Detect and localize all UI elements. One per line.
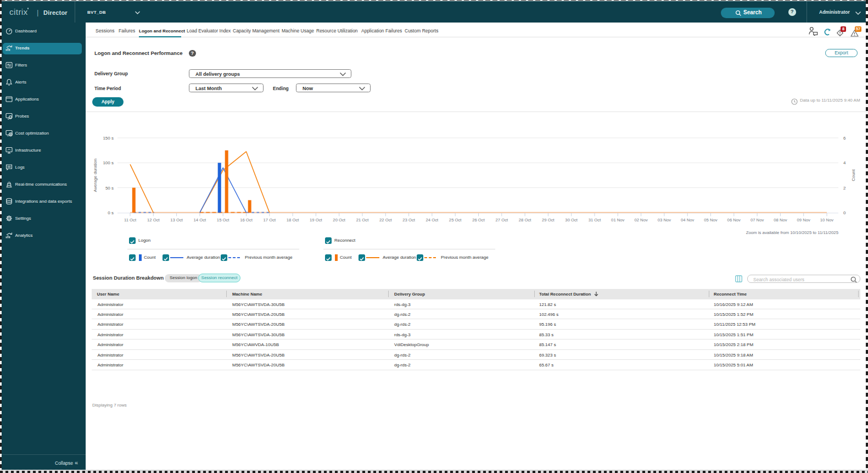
svg-text:17 Oct: 17 Oct [263,218,276,222]
svg-text:25 Oct: 25 Oct [449,218,462,222]
svg-text:31 Oct: 31 Oct [589,218,602,222]
svg-text:100 s: 100 s [103,160,114,165]
svg-text:Average duration: Average duration [93,159,98,192]
svg-text:6: 6 [843,136,846,141]
svg-text:23 Oct: 23 Oct [402,218,416,222]
svg-text:18 Oct: 18 Oct [287,218,300,222]
svg-text:15 Oct: 15 Oct [217,218,230,222]
svg-text:04 Nov: 04 Nov [681,218,695,222]
svg-text:50 s: 50 s [105,186,114,191]
svg-text:02 Nov: 02 Nov [634,218,648,222]
svg-text:05 Nov: 05 Nov [704,218,718,222]
svg-text:07 Nov: 07 Nov [751,218,764,222]
svg-text:24 Oct: 24 Oct [426,218,439,222]
svg-text:10 Nov: 10 Nov [820,218,834,222]
svg-text:12 Oct: 12 Oct [147,218,160,222]
svg-text:20 Oct: 20 Oct [333,218,346,222]
svg-text:08 Nov: 08 Nov [774,218,787,222]
svg-text:150 s: 150 s [103,136,114,141]
svg-text:01 Nov: 01 Nov [611,218,625,222]
svg-text:11 Oct: 11 Oct [124,218,137,222]
svg-text:09 Nov: 09 Nov [797,218,811,222]
svg-text:0: 0 [843,210,846,215]
svg-text:29 Oct: 29 Oct [542,218,555,222]
svg-text:19 Oct: 19 Oct [310,218,323,222]
svg-text:21 Oct: 21 Oct [356,218,369,222]
svg-text:03 Nov: 03 Nov [658,218,671,222]
svg-text:2: 2 [843,186,846,191]
svg-text:22 Oct: 22 Oct [379,218,393,222]
svg-text:4: 4 [843,160,846,165]
svg-text:26 Oct: 26 Oct [472,218,485,222]
svg-text:0 s: 0 s [108,210,114,215]
svg-text:30 Oct: 30 Oct [565,218,578,222]
svg-text:06 Nov: 06 Nov [727,218,741,222]
svg-text:27 Oct: 27 Oct [495,218,508,222]
svg-text:Count: Count [851,169,856,181]
svg-text:14 Oct: 14 Oct [194,218,207,222]
svg-text:13 Oct: 13 Oct [170,218,183,222]
svg-text:28 Oct: 28 Oct [519,218,532,222]
svg-text:16 Oct: 16 Oct [240,218,253,222]
